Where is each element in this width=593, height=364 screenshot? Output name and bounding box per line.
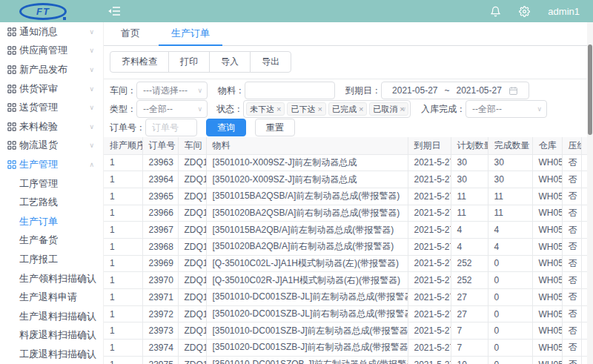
grid-menu-icon	[7, 65, 16, 74]
workshop-cell: ZDQ13	[178, 171, 206, 188]
order-no-input[interactable]	[145, 119, 197, 136]
table-row[interactable]: 1 23971 ZDQ13 [3501010-DC001SZB-JL]前左制动器…	[104, 289, 593, 306]
workshop-cell: ZDQ13	[178, 322, 206, 340]
chevron-icon: ∨	[89, 85, 94, 93]
material-cell: [3501020BA2QB/A]前右制动器总成(带报警器)	[206, 238, 408, 255]
sidebar-collapse-icon[interactable]	[107, 6, 121, 16]
scrollbar-thumb[interactable]	[588, 44, 592, 135]
sidebar-item-label: 工废退料扫描确认	[19, 348, 96, 361]
press-line-cell: 否	[562, 255, 581, 272]
warehouse-cell: WH05	[532, 171, 562, 188]
press-line-cell: 否	[562, 322, 581, 340]
warehouse-cell: WH05	[532, 356, 562, 364]
sidebar-item[interactable]: 工序报工	[0, 250, 103, 269]
order-no-cell: 23968	[142, 238, 178, 255]
table-row[interactable]: 1 23967 ZDQ13 [3501015BA2QB/A]前左制动器总成(带报…	[104, 222, 593, 239]
sidebar-item[interactable]: 送货管理 ∨	[0, 98, 103, 117]
press-line-cell: 否	[562, 188, 581, 205]
status-multiselect[interactable]: 未下达 × 已下达 × 已完成 × 已取消 ×	[243, 100, 411, 118]
table-row[interactable]: 1 23964 ZDQ13 [3501020-X009SZ-J]前右制动器总成 …	[104, 171, 593, 188]
sidebar-item[interactable]: 生产备货	[0, 231, 103, 251]
status-tag[interactable]: 未下达 ×	[246, 102, 285, 116]
sidebar-item[interactable]: 通知消息 ∨	[0, 22, 103, 42]
due-date-cell: 2021-5-27	[408, 171, 451, 188]
workshop-cell: ZDQ13	[178, 188, 206, 205]
sidebar-item[interactable]: 工艺路线	[0, 193, 103, 212]
warehouse-cell: WH05	[532, 289, 562, 306]
table-row[interactable]: 1 23970 ZDQ13 [Q-35010C02R-J]A1H模式制动器(右)…	[104, 272, 593, 289]
due-date-cell: 2021-5-27	[408, 356, 451, 364]
tag-close-icon[interactable]: ×	[359, 105, 363, 113]
press-line-cell: 否	[562, 238, 581, 255]
warehouse-cell: WH05	[532, 272, 562, 289]
seq-cell: 1	[104, 305, 142, 322]
order-no-cell: 23970	[142, 272, 178, 289]
toolbar-button[interactable]: 打印	[168, 51, 210, 73]
company-logo: FT	[19, 3, 67, 20]
sidebar-item[interactable]: 生产退料申请	[0, 288, 103, 307]
settings-gear-icon[interactable]	[519, 6, 530, 17]
plan-qty-cell: 11	[451, 188, 488, 205]
done-qty-cell: 4	[488, 238, 532, 255]
table-row[interactable]: 1 23973 ZDQ13 [3501010-DC001SZB-J]前左制动器总…	[104, 322, 593, 340]
orders-table: 排产顺序 订单号 车间 物料 到期日 计划数量 完成数量 仓库	[104, 137, 593, 364]
column-header: 车间	[178, 137, 206, 154]
press-line-cell: 否	[562, 205, 581, 222]
tag-close-icon[interactable]: ×	[276, 105, 281, 113]
material-cell: [Q-35010C02L-J]A1H模式制动器(左)(带报警器)	[206, 255, 408, 272]
material-cell: [3501010-X009SZ-J]前左制动器总成	[206, 154, 408, 171]
table-row[interactable]: 1 23965 ZDQ13 [3501015BA2QSB/A]前左制动器总成(带…	[104, 188, 593, 205]
seq-cell: 1	[104, 356, 142, 364]
material-input[interactable]	[245, 82, 335, 99]
table-row[interactable]: 1 23969 ZDQ13 [Q-35010C02L-J]A1H模式制动器(左)…	[104, 255, 593, 272]
sidebar-item[interactable]: 生产退料扫描确认	[0, 307, 103, 326]
sidebar-item[interactable]: 来料检验 ∨	[0, 117, 103, 136]
user-menu[interactable]: admin1	[548, 6, 580, 17]
table-row[interactable]: 1 23966 ZDQ13 [3501020BA2QSB/A]前右制动器总成(带…	[104, 205, 593, 222]
table-row[interactable]: 1 23975 ZDQ13 [3501010-DC001SZQB-J]前左制动器…	[104, 356, 593, 364]
sidebar-item[interactable]: 生产订单	[0, 212, 103, 231]
sidebar-item[interactable]: 工序管理	[0, 174, 103, 193]
table-row[interactable]: 1 23972 ZDQ13 [3501020-DC001SZB-JL]前右制动器…	[104, 305, 593, 322]
tab[interactable]: 生产订单	[159, 22, 222, 46]
toolbar-button[interactable]: 导出	[250, 51, 291, 73]
press-line-cell: 否	[562, 272, 581, 289]
warehouse-cell: WH05	[532, 188, 562, 205]
sidebar-item[interactable]: 料废退料扫描确认	[0, 326, 103, 345]
status-tag[interactable]: 已完成 ×	[328, 102, 367, 116]
done-qty-cell: 30	[488, 154, 532, 171]
seq-cell: 1	[104, 154, 142, 171]
table-row[interactable]: 1 23963 ZDQ13 [3501010-X009SZ-J]前左制动器总成 …	[104, 154, 593, 171]
toolbar-button[interactable]: 齐料检查	[110, 51, 169, 73]
sidebar-item[interactable]: 物流退货 ∨	[0, 136, 103, 156]
sidebar-item[interactable]: 生产管理 ∧	[0, 155, 103, 174]
sidebar-item[interactable]: 生产领料扫描确认	[0, 269, 103, 288]
tab[interactable]: 首页	[108, 22, 153, 46]
table-row[interactable]: 1 23968 ZDQ13 [3501020BA2QB/A]前右制动器总成(带报…	[104, 238, 593, 255]
workshop-select[interactable]: ---请选择--- ∨	[136, 82, 208, 99]
material-cell: [3501015BA2QSB/A]前左制动器总成(带报警器)	[206, 188, 408, 205]
search-button[interactable]: 查询	[206, 119, 246, 136]
table-row[interactable]: 1 23974 ZDQ13 [3501020-DC001SZB-J]前右制动器总…	[104, 340, 593, 357]
column-header: 订单号	[142, 137, 178, 154]
notification-bell-icon[interactable]	[490, 6, 501, 17]
sidebar-item[interactable]: 工废退料扫描确认	[0, 345, 103, 364]
type-select[interactable]: --全部-- ∨	[136, 100, 208, 118]
inbound-complete-select[interactable]: --全部-- ∨	[466, 100, 547, 118]
due-date-cell: 2021-5-27	[408, 188, 451, 205]
sidebar-item[interactable]: 供货评审 ∨	[0, 79, 103, 99]
due-date-range-picker[interactable]: 2021-05-27 ~ 2021-05-27	[381, 82, 529, 99]
sidebar-item[interactable]: 新产品发布 ∨	[0, 60, 103, 79]
grid-menu-icon	[7, 103, 16, 112]
tag-close-icon[interactable]: ×	[317, 105, 322, 113]
toolbar-button[interactable]: 导入	[209, 51, 251, 73]
sidebar-item-label: 料废退料扫描确认	[19, 328, 96, 342]
sidebar-item[interactable]: 供应商管理 ∨	[0, 42, 103, 61]
sidebar-item-label: 物流退货	[19, 139, 58, 152]
reset-button[interactable]: 重置	[255, 119, 295, 136]
vertical-scrollbar[interactable]	[587, 22, 593, 364]
order-no-label: 订单号：	[110, 122, 145, 134]
chevron-icon: ∨	[89, 28, 94, 36]
sidebar-nav: 通知消息 ∨ 供应商管理 ∨	[0, 22, 104, 364]
status-tag[interactable]: 已下达 ×	[287, 102, 325, 116]
